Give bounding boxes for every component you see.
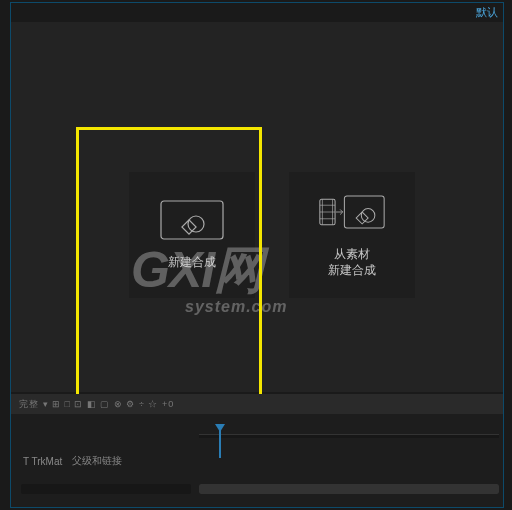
- from-footage-icon: [319, 192, 385, 232]
- toolbar-controls[interactable]: 完整 ▾ ⊞ □ ⊡ ◧ ▢ ⊗ ⚙ ÷ ☆ +0: [19, 398, 174, 411]
- svg-point-12: [361, 209, 375, 223]
- from-footage-button[interactable]: 从素材 新建合成: [289, 172, 415, 298]
- timeline-toolbar[interactable]: 完整 ▾ ⊞ □ ⊡ ◧ ▢ ⊗ ⚙ ÷ ☆ +0: [11, 394, 503, 414]
- from-footage-label: 从素材 新建合成: [328, 246, 376, 278]
- track-columns: T TrkMat 父级和链接: [23, 454, 193, 468]
- parent-link-column: 父级和链接: [72, 454, 122, 468]
- timeline-scroll-thumb[interactable]: [199, 484, 499, 494]
- svg-rect-10: [344, 196, 384, 228]
- playhead[interactable]: [219, 428, 221, 458]
- composition-panel: 新建合成 从素材 新建合成 GXI网 system.com: [11, 22, 503, 392]
- new-composition-icon: [159, 200, 225, 240]
- new-composition-button[interactable]: 新建合成: [129, 172, 255, 298]
- svg-point-2: [188, 216, 204, 232]
- timeline-panel: 完整 ▾ ⊞ □ ⊡ ◧ ▢ ⊗ ⚙ ÷ ☆ +0 T TrkMat 父级和链接: [11, 394, 503, 507]
- from-footage-line2: 新建合成: [328, 263, 376, 277]
- svg-rect-0: [161, 201, 223, 239]
- workspace-label[interactable]: 默认: [476, 5, 498, 20]
- left-scrollbar[interactable]: [21, 484, 191, 494]
- new-composition-label: 新建合成: [168, 254, 216, 270]
- time-ruler[interactable]: [199, 434, 499, 438]
- from-footage-line1: 从素材: [334, 247, 370, 261]
- watermark-sub: system.com: [185, 298, 391, 316]
- timeline-scrollbar[interactable]: [199, 484, 499, 494]
- trkmat-column: T TrkMat: [23, 456, 62, 467]
